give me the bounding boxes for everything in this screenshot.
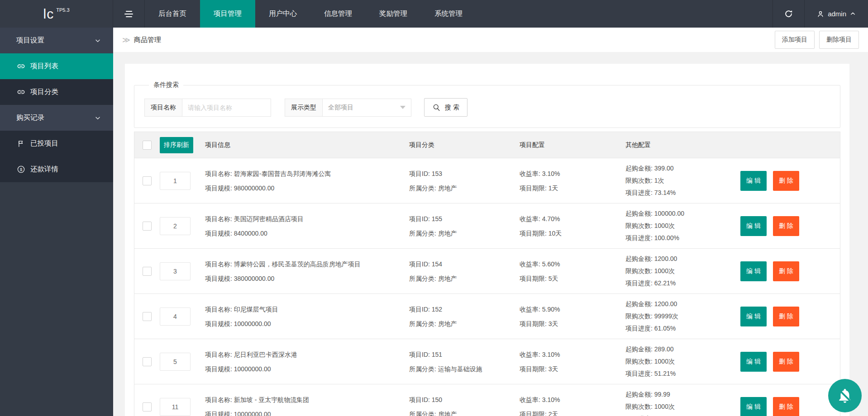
delete-button[interactable]: 删 除 (773, 216, 799, 236)
project-scale: 项目规模: 10000000.00 (205, 407, 407, 416)
sort-order-input[interactable] (160, 172, 191, 190)
sidebar-item-project-list[interactable]: 项目列表 (0, 53, 113, 79)
search-button[interactable]: 搜 索 (424, 98, 467, 117)
project-min-amount: 起购金额: 1200.00 (625, 298, 735, 310)
sidebar-item-invested-projects[interactable]: 已投项目 (0, 131, 113, 156)
project-min-amount: 起购金额: 1200.00 (625, 253, 735, 265)
project-progress: 项目进度: 51.21% (625, 368, 735, 380)
select-all-checkbox[interactable] (143, 141, 152, 150)
nav-item-rewards[interactable]: 奖励管理 (366, 0, 421, 28)
content-card: 条件搜索 项目名称 展示类型 全部项目 (125, 64, 849, 416)
chevron-down-icon (94, 114, 101, 122)
edit-button[interactable]: 编 辑 (740, 307, 767, 326)
sidebar-collapse-button[interactable] (113, 0, 145, 28)
project-purchase-limit: 限购次数: 1000次 (625, 220, 735, 232)
delete-button[interactable]: 删 除 (773, 171, 799, 191)
edit-button[interactable]: 编 辑 (740, 171, 767, 191)
edit-button[interactable]: 编 辑 (740, 397, 767, 416)
table-header: 排序刷新 项目信息 项目分类 项目配置 其他配置 (134, 132, 840, 158)
sort-order-input[interactable] (160, 262, 191, 280)
sort-order-input[interactable] (160, 353, 191, 371)
row-actions: 编 辑 删 除 (735, 307, 840, 326)
project-row: 项目名称: 新加坡 - 亚太宇航物流集团 项目规模: 10000000.00 项… (134, 384, 840, 416)
delete-button[interactable]: 删 除 (773, 397, 799, 416)
project-progress: 项目进度: 73.14% (625, 187, 735, 199)
sort-order-input[interactable] (160, 307, 191, 326)
project-config-cell: 收益率: 3.10% 项目期限: 2天 (518, 392, 624, 416)
project-scale: 项目规模: 8400000.00 (205, 226, 407, 241)
display-type-selected-value: 全部项目 (328, 104, 353, 112)
nav-item-projects[interactable]: 项目管理 (200, 0, 255, 28)
row-checkbox[interactable] (143, 357, 152, 366)
display-type-select[interactable]: 全部项目 (323, 99, 411, 117)
user-menu[interactable]: admin (804, 0, 868, 28)
project-purchase-limit: 限购次数: 1000次 (625, 265, 735, 277)
project-info-cell: 项目名称: 博蒙特公园，移民圣基茨的高品质房地产项目 项目规模: 3800000… (203, 257, 407, 286)
delete-button[interactable]: 删 除 (773, 307, 799, 326)
row-checkbox[interactable] (143, 402, 152, 411)
chevron-up-icon (849, 10, 856, 17)
nav-item-info[interactable]: 信息管理 (310, 0, 366, 28)
sidebar-group-project-settings[interactable]: 项目设置 (0, 28, 113, 53)
project-category: 所属分类: 房地产 (409, 317, 518, 331)
edit-button[interactable]: 编 辑 (740, 216, 767, 236)
project-name: 项目名称: 印尼煤层气项目 (205, 302, 407, 317)
project-row: 项目名称: 博蒙特公园，移民圣基茨的高品质房地产项目 项目规模: 3800000… (134, 248, 840, 293)
sidebar: 项目设置 项目列表 项目分类 购买记录 已投项目 $ 还款详情 (0, 28, 113, 416)
row-checkbox[interactable] (143, 176, 152, 185)
flag-icon (16, 139, 25, 148)
sidebar-group-purchase-records[interactable]: 购买记录 (0, 105, 113, 131)
project-info-cell: 项目名称: 碧海家园-泰国普吉岛邦涛海滩公寓 项目规模: 980000000.0… (203, 166, 407, 195)
breadcrumb-bar: ≫ 商品管理 添加项目 删除项目 (113, 28, 868, 52)
add-project-button[interactable]: 添加项目 (775, 31, 815, 49)
username: admin (828, 10, 846, 18)
row-actions: 编 辑 删 除 (735, 261, 840, 281)
project-purchase-limit: 限购次数: 1000次 (625, 401, 735, 413)
sidebar-item-project-category[interactable]: 项目分类 (0, 79, 113, 105)
project-purchase-limit: 限购次数: 1次 (625, 175, 735, 187)
delete-button[interactable]: 删 除 (773, 261, 799, 281)
row-checkbox[interactable] (143, 267, 152, 276)
project-scale: 项目规模: 980000000.00 (205, 181, 407, 195)
row-checkbox[interactable] (143, 312, 152, 321)
notification-float-button[interactable] (828, 379, 862, 412)
row-actions: 编 辑 删 除 (735, 397, 840, 416)
refresh-button[interactable] (773, 0, 804, 28)
project-name-input[interactable] (182, 99, 271, 117)
project-config-cell: 收益率: 3.10% 项目期限: 3天 (518, 347, 624, 376)
edit-button[interactable]: 编 辑 (740, 352, 767, 372)
project-name-label: 项目名称 (144, 99, 182, 117)
project-scale: 项目规模: 10000000.00 (205, 317, 407, 331)
project-category-cell: 项目ID: 152 所属分类: 房地产 (407, 302, 518, 331)
delete-button[interactable]: 删 除 (773, 352, 799, 372)
nav-item-users[interactable]: 用户中心 (255, 0, 310, 28)
edit-button[interactable]: 编 辑 (740, 261, 767, 281)
app-logo[interactable]: lc TP5.3 (0, 0, 113, 28)
top-navigation: 后台首页 项目管理 用户中心 信息管理 奖励管理 系统管理 (145, 0, 476, 28)
project-progress: 项目进度: 69.05% (625, 413, 735, 416)
topbar-right: admin (773, 0, 868, 28)
project-term: 项目期限: 1天 (520, 181, 624, 195)
nav-item-system[interactable]: 系统管理 (421, 0, 476, 28)
topbar: lc TP5.3 后台首页 项目管理 用户中心 信息管理 奖励管理 系统管理 a… (0, 0, 868, 28)
breadcrumb-chevrons-icon: ≫ (122, 35, 130, 45)
project-row: 项目名称: 美国迈阿密精品酒店项目 项目规模: 8400000.00 项目ID:… (134, 203, 840, 248)
delete-project-button[interactable]: 删除项目 (819, 31, 859, 49)
project-category-cell: 项目ID: 150 所属分类: 房地产 (407, 392, 518, 416)
project-term: 项目期限: 2天 (520, 407, 624, 416)
row-checkbox[interactable] (143, 222, 152, 231)
page-actions: 添加项目 删除项目 (775, 31, 859, 49)
sort-order-input[interactable] (160, 217, 191, 235)
sort-order-input[interactable] (160, 398, 191, 416)
project-info-cell: 项目名称: 新加坡 - 亚太宇航物流集团 项目规模: 10000000.00 (203, 392, 407, 416)
project-purchase-limit: 限购次数: 1000次 (625, 355, 735, 368)
nav-item-home[interactable]: 后台首页 (145, 0, 200, 28)
project-category: 所属分类: 房地产 (409, 226, 518, 241)
sidebar-item-repayment-details[interactable]: $ 还款详情 (0, 156, 113, 182)
col-header-project-category: 项目分类 (407, 141, 518, 149)
project-category: 所属分类: 房地产 (409, 181, 518, 195)
sort-refresh-button[interactable]: 排序刷新 (160, 137, 193, 153)
main-content: ≫ 商品管理 添加项目 删除项目 条件搜索 项目名称 展示类型 全部项目 (113, 0, 868, 416)
project-term: 项目期限: 5天 (520, 271, 624, 286)
other-config-cell: 起购金额: 1200.00 限购次数: 99999次 项目进度: 61.05% (624, 298, 735, 335)
